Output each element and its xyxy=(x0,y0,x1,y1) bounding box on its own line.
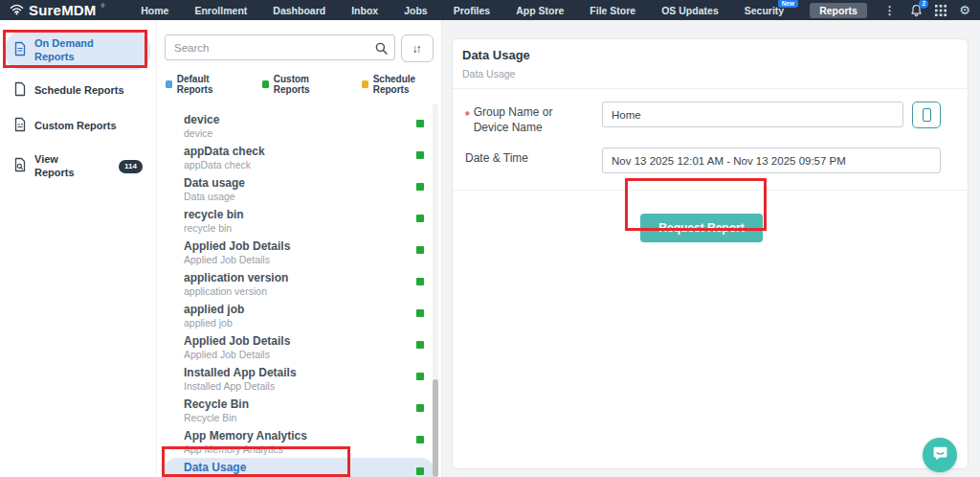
sidebar-item-schedule-reports[interactable]: Schedule Reports xyxy=(6,76,150,106)
custom-report-indicator xyxy=(416,278,424,285)
report-list-item[interactable]: App Memory Analytics App Memory Analytic… xyxy=(163,426,435,458)
date-time-label: Date & Time xyxy=(465,150,528,173)
nav-item[interactable]: Dashboard xyxy=(273,5,325,16)
nav-item[interactable]: Inbox xyxy=(351,5,378,16)
search-icon xyxy=(375,41,388,58)
date-time-input[interactable] xyxy=(602,148,941,173)
report-list-item[interactable]: Applied Job Details Applied Job Details xyxy=(163,331,435,363)
legend-item: Default Reports xyxy=(166,74,236,95)
custom-report-indicator xyxy=(416,467,424,475)
report-list: device device appData check appData chec… xyxy=(157,110,441,477)
report-list-item[interactable]: Recycle Bin Recycle Bin xyxy=(163,395,435,426)
legend-color-swatch xyxy=(362,80,368,88)
custom-report-indicator xyxy=(416,183,424,191)
group-name-label: Group Name or Device Name xyxy=(474,104,589,135)
report-list-item[interactable]: Installed App Details Installed App Deta… xyxy=(163,363,435,395)
nav-item[interactable]: App Store xyxy=(516,5,564,16)
nav-item[interactable]: Enrollment xyxy=(194,5,247,16)
divider xyxy=(453,190,968,191)
notification-bell-icon[interactable]: 2 xyxy=(910,4,923,17)
required-asterisk: * xyxy=(465,104,470,135)
nav-item[interactable]: Jobs xyxy=(404,5,428,16)
new-badge: New xyxy=(778,0,798,8)
overflow-menu-icon[interactable]: ⋮ xyxy=(884,4,896,17)
document-icon xyxy=(13,41,27,60)
report-list-item[interactable]: appData check appData check xyxy=(163,142,435,173)
top-nav: SureMDM® Home Enrollment Dashboard Inbox xyxy=(0,0,980,20)
custom-report-indicator xyxy=(416,151,424,159)
wifi-icon xyxy=(10,2,24,19)
sort-button[interactable]: ↓↑ xyxy=(401,34,434,62)
sidebar-item-on-demand-reports[interactable]: On Demand Reports xyxy=(6,32,150,70)
legend-color-swatch xyxy=(262,80,269,88)
sidebar-item-label: On Demand Reports xyxy=(34,37,130,64)
sidebar-item-custom-reports[interactable]: Custom Reports xyxy=(6,111,150,142)
report-type-legend: Default Reports Custom Reports Schedule … xyxy=(166,74,441,95)
brand-name: SureMDM xyxy=(29,2,97,18)
nav-item[interactable]: Home xyxy=(141,5,168,16)
chat-launcher-button[interactable] xyxy=(923,438,957,472)
divider xyxy=(453,88,968,89)
group-name-input[interactable] xyxy=(602,102,903,127)
custom-report-indicator xyxy=(416,215,424,222)
app-grid-icon[interactable] xyxy=(935,5,947,16)
search-row: ↓↑ xyxy=(165,34,434,62)
report-list-item[interactable]: Data Usage Data Usage xyxy=(163,458,435,477)
legend-item: Custom Reports xyxy=(262,74,336,95)
document-edit-icon xyxy=(13,117,27,136)
reports-sidebar: On Demand Reports Schedule Reports Custo… xyxy=(0,20,157,477)
document-search-icon xyxy=(13,157,27,176)
device-icon xyxy=(923,108,931,122)
select-device-button[interactable] xyxy=(912,102,941,128)
request-report-button[interactable]: Request Report xyxy=(640,214,762,242)
report-list-item[interactable]: device device xyxy=(163,110,435,142)
sidebar-item-view-reports[interactable]: View Reports 114 xyxy=(6,148,150,186)
settings-gear-icon[interactable]: ⚙ xyxy=(959,4,970,16)
nav-item[interactable]: Profiles xyxy=(454,5,491,16)
chat-bubble-icon xyxy=(931,444,949,466)
detail-title: Data Usage xyxy=(462,48,941,62)
custom-report-indicator xyxy=(416,120,424,127)
nav-menu: Home Enrollment Dashboard Inbox Jobs xyxy=(141,3,867,18)
sort-arrows-icon: ↓↑ xyxy=(412,42,420,56)
sidebar-item-label: Schedule Reports xyxy=(34,84,124,98)
nav-utilities: 2 ⚙ xyxy=(910,4,970,17)
legend-item: Schedule Reports xyxy=(362,74,441,95)
sidebar-item-label: Custom Reports xyxy=(34,120,117,133)
view-reports-count-badge: 114 xyxy=(119,160,143,173)
report-list-item[interactable]: Data usage Data usage xyxy=(163,173,435,205)
registered-mark: ® xyxy=(101,3,105,9)
report-list-item[interactable]: application version application version xyxy=(163,268,435,300)
report-list-item[interactable]: applied job applied job xyxy=(163,300,435,331)
group-name-row: * Group Name or Device Name xyxy=(462,102,941,135)
report-form: * Group Name or Device Name Date & Time xyxy=(462,102,941,173)
date-time-row: Date & Time xyxy=(462,148,941,173)
nav-item[interactable]: Security New xyxy=(745,5,784,16)
legend-color-swatch xyxy=(166,80,172,88)
list-scrollbar-thumb[interactable] xyxy=(433,379,438,477)
custom-report-indicator xyxy=(416,373,424,380)
report-detail-panel: Data Usage Data Usage * Group Name or De… xyxy=(452,38,969,469)
document-icon xyxy=(13,81,27,101)
detail-subtitle: Data Usage xyxy=(462,68,941,80)
nav-item[interactable]: Reports xyxy=(810,3,867,18)
report-list-panel: ↓↑ Default Reports Custom Reports Schedu… xyxy=(157,20,442,477)
custom-report-indicator xyxy=(416,436,424,443)
custom-report-indicator xyxy=(416,341,424,349)
nav-item[interactable]: OS Updates xyxy=(661,5,719,16)
notification-count-badge: 2 xyxy=(919,0,928,9)
custom-report-indicator xyxy=(416,309,424,317)
custom-report-indicator xyxy=(416,404,424,412)
report-list-item[interactable]: Applied Job Details Applied Job Details xyxy=(163,237,435,268)
sidebar-item-label: View Reports xyxy=(34,153,84,180)
brand-logo[interactable]: SureMDM® xyxy=(10,2,104,19)
search-input[interactable] xyxy=(165,34,395,60)
report-list-item[interactable]: recycle bin recycle bin xyxy=(163,205,435,237)
nav-item[interactable]: File Store xyxy=(590,5,635,16)
custom-report-indicator xyxy=(416,246,424,254)
